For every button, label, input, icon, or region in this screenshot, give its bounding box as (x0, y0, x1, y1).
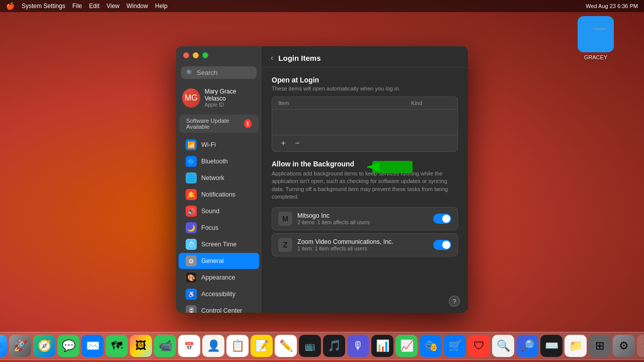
close-button[interactable] (183, 52, 189, 58)
sidebar-item-bluetooth[interactable]: 🔷 Bluetooth (179, 153, 259, 169)
search-icon: 🔍 (186, 69, 194, 76)
sidebar: 🔍 Search MG Mary Grace Velasco Apple ID … (176, 46, 262, 313)
column-item: Item (278, 100, 411, 106)
user-apple-id: Apple ID (205, 102, 256, 108)
avatar-initials: MG (185, 94, 198, 103)
menu-file[interactable]: File (72, 3, 82, 10)
maximize-button[interactable] (202, 52, 208, 58)
sidebar-label-notifications: Notifications (201, 191, 235, 198)
screentime-icon: ⏱ (186, 239, 197, 250)
user-info: Mary Grace Velasco Apple ID (205, 88, 256, 108)
dock-contacts[interactable]: 👤 (202, 335, 224, 357)
dock: 🔷 🚀 🧭 💬 ✉️ 🗺 🖼 📹 📅 👤 📋 📝 ✏️ 📺 🎵 🎙 📊 📈 🎭 … (0, 332, 644, 360)
dock-photos[interactable]: 🖼 (130, 335, 152, 357)
wifi-icon: 📶 (186, 139, 197, 150)
desktop-folder[interactable]: GRACEY (578, 16, 614, 60)
dock-facetime[interactable]: 📹 (154, 335, 176, 357)
dock-safari[interactable]: 🧭 (33, 335, 55, 357)
sidebar-label-bluetooth: Bluetooth (201, 158, 228, 165)
dock-keynote[interactable]: 🎭 (420, 335, 442, 357)
dock-maps[interactable]: 🗺 (106, 335, 128, 357)
sidebar-item-network[interactable]: 🌐 Network (179, 170, 259, 186)
sidebar-item-accessibility[interactable]: ♿ Accessibility (179, 286, 259, 302)
dock-numbers[interactable]: 📈 (395, 335, 418, 357)
appearance-icon: 🎨 (186, 272, 197, 283)
open-at-login-title: Open at Login (272, 76, 458, 84)
dock-appstore[interactable]: 🛒 (444, 335, 466, 357)
apple-menu[interactable]: 🍎 (6, 2, 15, 10)
dock-app2[interactable]: 🔎 (516, 335, 538, 357)
dock-notes[interactable]: 📝 (251, 335, 273, 357)
dock-launchpad[interactable]: 🚀 (9, 335, 31, 357)
update-badge: 1 (244, 119, 252, 128)
controlcenter-icon: 🎛 (186, 305, 197, 313)
remove-item-button[interactable]: − (292, 138, 302, 148)
dock-trash[interactable]: 🗑 (637, 335, 644, 357)
app-row-mitsogo: M Mitsogo Inc 2 items: 1 item affects al… (272, 207, 458, 230)
folder-icon (578, 16, 614, 52)
dock-spaces[interactable]: ⊞ (589, 335, 611, 357)
dock-more1[interactable]: 📊 (371, 335, 393, 357)
sidebar-item-appearance[interactable]: 🎨 Appearance (179, 269, 259, 286)
sidebar-label-wifi: Wi-Fi (201, 141, 216, 148)
general-icon: ⚙ (186, 255, 197, 266)
dock-alfred[interactable]: 🔍 (492, 335, 514, 357)
table-header: Item Kind (272, 97, 457, 110)
sound-icon: 🔊 (186, 206, 197, 217)
sidebar-item-controlcenter[interactable]: 🎛 Control Center (179, 303, 259, 313)
software-update-label: Software Update Available (186, 118, 244, 130)
dock-mail[interactable]: ✉️ (82, 335, 104, 357)
sidebar-item-screentime[interactable]: ⏱ Screen Time (179, 236, 259, 252)
svg-rect-3 (372, 161, 413, 173)
search-box[interactable]: 🔍 Search (181, 66, 257, 79)
sidebar-label-sound: Sound (201, 208, 219, 215)
help-button[interactable]: ? (449, 296, 460, 307)
sidebar-item-wifi[interactable]: 📶 Wi-Fi (179, 137, 259, 153)
menu-view[interactable]: View (107, 3, 120, 10)
sidebar-label-controlcenter: Control Center (201, 307, 242, 313)
app-name[interactable]: System Settings (22, 3, 65, 10)
dock-sys[interactable]: ⚙ (613, 335, 635, 357)
mitsogo-toggle[interactable] (433, 214, 451, 224)
zoom-icon: Z (278, 238, 292, 252)
add-item-button[interactable]: + (278, 138, 288, 148)
user-name: Mary Grace Velasco (205, 88, 256, 102)
menu-window[interactable]: Window (127, 3, 148, 10)
allow-background-title: Allow in the Background (272, 160, 458, 168)
sidebar-label-screentime: Screen Time (201, 241, 236, 248)
sidebar-item-focus[interactable]: 🌙 Focus (179, 220, 259, 236)
table-actions: + − (272, 135, 457, 151)
menu-help[interactable]: Help (155, 3, 168, 10)
software-update-item[interactable]: Software Update Available 1 (179, 115, 259, 133)
dock-podcasts[interactable]: 🎙 (347, 335, 369, 357)
dock-app-red[interactable]: 🛡 (468, 335, 490, 357)
dock-tv[interactable]: 📺 (299, 335, 321, 357)
dock-music[interactable]: 🎵 (323, 335, 345, 357)
open-at-login-desc: These items will open automatically when… (272, 85, 458, 92)
dock-files[interactable]: 📁 (565, 335, 587, 357)
menubar-time: Wed Aug 23 6:36 PM (586, 3, 638, 9)
sidebar-label-general: General (201, 257, 223, 264)
minimize-button[interactable] (193, 52, 199, 58)
menubar: 🍎 System Settings File Edit View Window … (0, 0, 644, 12)
dock-terminal[interactable]: ⌨️ (540, 335, 562, 357)
sidebar-item-sound[interactable]: 🔊 Sound (179, 203, 259, 219)
menu-edit[interactable]: Edit (89, 3, 100, 10)
dock-messages[interactable]: 💬 (57, 335, 79, 357)
content-body: Open at Login These items will open auto… (262, 68, 468, 313)
dock-freeform[interactable]: ✏️ (275, 335, 297, 357)
column-kind: Kind (411, 100, 451, 106)
folder-label: GRACEY (584, 54, 607, 60)
back-button[interactable]: ‹ (271, 53, 273, 62)
allow-background-desc: Applications add background items to kee… (272, 170, 458, 201)
sidebar-item-notifications[interactable]: 🔔 Notifications (179, 187, 259, 203)
zoom-toggle[interactable] (433, 240, 451, 250)
page-title: Login Items (278, 54, 320, 62)
user-profile[interactable]: MG Mary Grace Velasco Apple ID (176, 84, 262, 112)
dock-finder[interactable]: 🔷 (0, 335, 7, 357)
search-placeholder: Search (197, 69, 217, 76)
dock-calendar[interactable]: 📅 (178, 335, 200, 357)
app-row-zoom: Z Zoom Video Communications, Inc. 1 item… (272, 233, 458, 256)
dock-reminders[interactable]: 📋 (226, 335, 249, 357)
sidebar-item-general[interactable]: ⚙ General (179, 253, 259, 269)
